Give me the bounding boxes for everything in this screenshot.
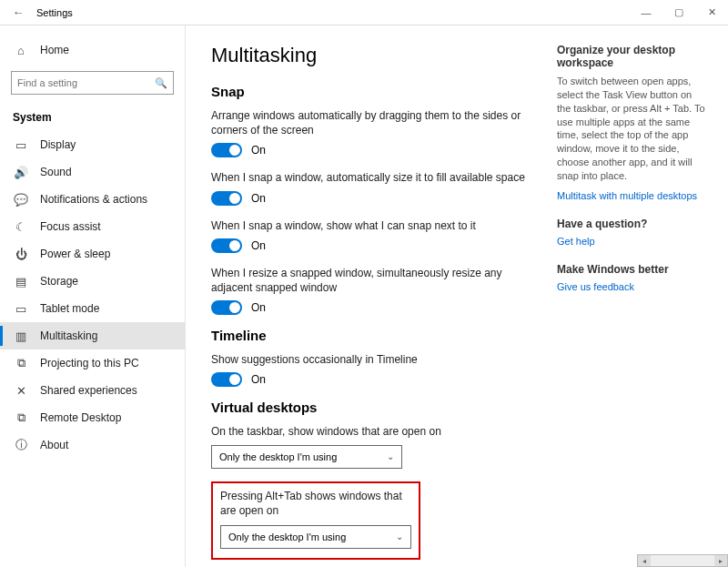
organize-link[interactable]: Multitask with multiple desktops	[557, 190, 697, 201]
timeline-suggestions-state: On	[251, 373, 266, 386]
scroll-right-button[interactable]: ▸	[714, 555, 727, 566]
page-title: Multitasking	[211, 44, 542, 67]
highlighted-setting: Pressing Alt+Tab shows windows that are …	[211, 481, 420, 560]
maximize-button[interactable]: ▢	[662, 0, 695, 25]
vd-alttab-desc: Pressing Alt+Tab shows windows that are …	[220, 489, 411, 518]
sidebar-item-label: Focus assist	[40, 220, 101, 233]
feedback-link[interactable]: Give us feedback	[557, 281, 634, 292]
storage-icon: ▤	[13, 273, 29, 289]
vd-taskbar-select[interactable]: Only the desktop I'm using ⌄	[211, 445, 402, 469]
sidebar-item-remote-desktop[interactable]: ⧉Remote Desktop	[0, 404, 185, 431]
sidebar-item-notifications-actions[interactable]: 💬Notifications & actions	[0, 186, 185, 213]
sidebar-item-label: Projecting to this PC	[40, 357, 139, 370]
feedback-title: Make Windows better	[557, 263, 706, 276]
vd-taskbar-desc: On the taskbar, show windows that are op…	[211, 424, 542, 439]
window-title: Settings	[29, 7, 73, 18]
sidebar-item-label: Shared experiences	[40, 384, 137, 397]
sidebar-item-label: Storage	[40, 275, 78, 288]
sidebar-item-label: Remote Desktop	[40, 411, 121, 424]
snap-shownext-state: On	[251, 239, 266, 252]
sidebar: ⌂ Home 🔍 System ▭Display🔊Sound💬Notificat…	[0, 25, 186, 567]
sidebar-home-label: Home	[40, 44, 69, 56]
search-icon: 🔍	[155, 77, 167, 89]
sidebar-item-label: Notifications & actions	[40, 193, 147, 206]
vd-taskbar-value: Only the desktop I'm using	[219, 451, 337, 462]
horizontal-scrollbar[interactable]: ◂ ▸	[637, 554, 728, 567]
timeline-suggestions-toggle[interactable]	[211, 372, 242, 387]
gethelp-link[interactable]: Get help	[557, 236, 595, 247]
group-timeline-title: Timeline	[211, 328, 542, 343]
question-title: Have a question?	[557, 218, 706, 230]
sidebar-item-tablet-mode[interactable]: ▭Tablet mode	[0, 295, 185, 322]
sidebar-item-label: Display	[40, 138, 76, 151]
search-input[interactable]	[17, 77, 155, 88]
vd-alttab-value: Only the desktop I'm using	[228, 532, 346, 542]
snap-shownext-toggle[interactable]	[211, 238, 242, 253]
sidebar-section-label: System	[0, 106, 185, 131]
minimize-button[interactable]: —	[630, 0, 662, 25]
snap-autosize-toggle[interactable]	[211, 191, 242, 206]
projecting-icon: ⧉	[13, 355, 29, 371]
sidebar-item-label: Multitasking	[40, 329, 97, 342]
shared-experiences-icon: ✕	[13, 382, 29, 399]
snap-shownext-desc: When I snap a window, show what I can sn…	[211, 218, 542, 233]
organize-body: To switch between open apps, select the …	[557, 75, 706, 183]
sidebar-item-storage[interactable]: ▤Storage	[0, 268, 185, 295]
close-button[interactable]: ✕	[695, 0, 728, 25]
multitasking-icon: ▥	[13, 328, 29, 344]
snap-resize-state: On	[251, 301, 266, 314]
scroll-left-button[interactable]: ◂	[638, 555, 651, 566]
tablet-icon: ▭	[13, 300, 29, 317]
sidebar-item-label: About	[40, 439, 68, 451]
right-panel: Organize your desktop workspace To switc…	[542, 44, 706, 567]
organize-title: Organize your desktop workspace	[557, 44, 706, 69]
remote-desktop-icon: ⧉	[13, 410, 29, 426]
chevron-down-icon: ⌄	[387, 451, 394, 461]
sidebar-item-label: Tablet mode	[40, 302, 99, 315]
sidebar-item-focus-assist[interactable]: ☾Focus assist	[0, 213, 185, 240]
snap-autosize-desc: When I snap a window, automatically size…	[211, 170, 542, 185]
home-icon: ⌂	[13, 42, 29, 58]
about-icon: ⓘ	[13, 437, 29, 453]
snap-arrange-desc: Arrange windows automatically by draggin…	[211, 108, 542, 137]
focus-assist-icon: ☾	[13, 218, 29, 235]
notifications-icon: 💬	[13, 191, 29, 208]
sidebar-item-display[interactable]: ▭Display	[0, 131, 185, 158]
settings-panel: Multitasking Snap Arrange windows automa…	[211, 44, 542, 567]
sidebar-item-projecting-to-this-pc[interactable]: ⧉Projecting to this PC	[0, 349, 185, 377]
sound-icon: 🔊	[13, 164, 29, 180]
sidebar-item-multitasking[interactable]: ▥Multitasking	[0, 322, 185, 349]
snap-resize-desc: When I resize a snapped window, simultan…	[211, 266, 542, 295]
sidebar-item-power-sleep[interactable]: ⏻Power & sleep	[0, 240, 185, 268]
display-icon: ▭	[13, 137, 29, 153]
sidebar-item-shared-experiences[interactable]: ✕Shared experiences	[0, 377, 185, 404]
vd-alttab-select[interactable]: Only the desktop I'm using ⌄	[220, 525, 411, 549]
sidebar-item-label: Power & sleep	[40, 248, 110, 260]
power-icon: ⏻	[13, 246, 29, 262]
sidebar-item-sound[interactable]: 🔊Sound	[0, 158, 185, 186]
sidebar-item-about[interactable]: ⓘAbout	[0, 431, 185, 459]
titlebar: ← Settings — ▢ ✕	[0, 0, 728, 25]
snap-arrange-state: On	[251, 144, 266, 157]
snap-autosize-state: On	[251, 192, 266, 205]
sidebar-home[interactable]: ⌂ Home	[0, 36, 185, 64]
snap-arrange-toggle[interactable]	[211, 143, 242, 157]
snap-resize-toggle[interactable]	[211, 300, 242, 315]
chevron-down-icon: ⌄	[396, 532, 403, 542]
sidebar-item-label: Sound	[40, 166, 72, 178]
group-snap-title: Snap	[211, 84, 542, 99]
group-virtualdesktops-title: Virtual desktops	[211, 400, 542, 415]
search-input-wrapper[interactable]: 🔍	[11, 71, 174, 95]
timeline-suggestions-desc: Show suggestions occasionally in Timelin…	[211, 352, 542, 367]
back-button[interactable]: ←	[7, 5, 29, 19]
